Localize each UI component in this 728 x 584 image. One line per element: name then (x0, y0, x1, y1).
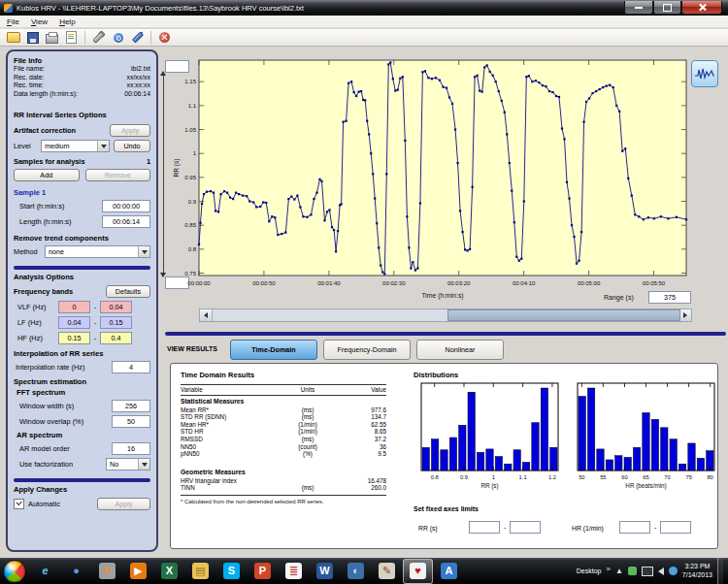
start-input[interactable] (102, 200, 150, 212)
detrend-title: Remove trend components (14, 234, 150, 243)
display-icon[interactable] (642, 567, 653, 576)
svg-text:00:05:50: 00:05:50 (643, 280, 666, 286)
info-toolbar-button[interactable] (110, 30, 126, 45)
close-button[interactable] (681, 1, 722, 15)
taskbar-powerpoint[interactable]: P (248, 559, 278, 584)
restore-icon (663, 4, 672, 12)
menu-file[interactable]: File (7, 17, 19, 26)
lf-from-input[interactable] (58, 316, 90, 329)
tab-nonlinear[interactable]: Nonlinear (416, 340, 504, 360)
level-dropdown[interactable]: medium (41, 140, 110, 152)
skype-icon: S (223, 563, 240, 579)
rec-date-row: Rec. date:xx/xx/xx (14, 74, 150, 82)
taskbar-reader-app[interactable]: A (434, 559, 464, 584)
save-toolbar-button[interactable] (24, 30, 41, 45)
taskbar-excel[interactable]: X (154, 559, 184, 584)
minimize-button[interactable] (624, 1, 653, 15)
toolbar-overflow-icon[interactable]: » (606, 565, 610, 573)
report-icon (66, 31, 77, 44)
rec-time-row: Rec. time:xx:xx:xx (14, 81, 150, 90)
artifact-apply-button[interactable]: Apply (110, 124, 150, 137)
network-icon[interactable] (669, 567, 678, 575)
system-tray: Desktop » ▲ 3:23 PM 7/14/2013 (577, 558, 728, 584)
pen-toolbar-button[interactable] (129, 30, 146, 45)
hr-min-input[interactable] (619, 521, 650, 534)
taskbar-media-player[interactable]: ▶ (123, 559, 153, 584)
taskbar-word[interactable]: W (310, 559, 340, 584)
taskbar-pdf-doc[interactable]: ≣ (279, 559, 309, 584)
remove-sample-button[interactable]: Remove (85, 169, 151, 181)
desktop-toolbar-label[interactable]: Desktop (577, 568, 602, 574)
start-button[interactable] (3, 560, 26, 583)
method-dropdown[interactable]: none (45, 245, 150, 258)
client-area: File Info File name:ibi2.txt Rec. date:x… (0, 47, 728, 558)
svg-text:65: 65 (643, 474, 648, 480)
undo-button[interactable]: Undo (114, 140, 150, 152)
tray-expand-icon[interactable]: ▲ (615, 567, 623, 575)
time-scrollbar[interactable] (199, 308, 692, 322)
band-dash: - (90, 334, 100, 342)
action-center-icon[interactable] (628, 567, 637, 575)
interp-rate-label: Interpolation rate (Hz) (14, 363, 112, 372)
report-toolbar-button[interactable] (63, 30, 80, 45)
interp-rate-input[interactable] (112, 361, 150, 373)
window-overlap-input[interactable] (112, 415, 150, 428)
hf-from-input[interactable] (58, 332, 90, 344)
open-toolbar-button[interactable] (5, 30, 21, 45)
taskbar-sphere-app[interactable]: ● (61, 559, 91, 584)
minimize-icon (635, 7, 643, 9)
clock-date: 7/14/2013 (682, 571, 712, 580)
range-input[interactable] (648, 291, 691, 304)
automatic-checkbox[interactable] (14, 499, 24, 509)
hf-to-input[interactable] (100, 332, 132, 344)
taskbar-paint[interactable]: ✎ (372, 559, 402, 584)
y-axis-slider[interactable] (163, 76, 164, 273)
taskbar-skype[interactable]: S (216, 559, 247, 584)
factorization-dropdown[interactable]: No (106, 458, 150, 470)
taskbar-kubios-hrv[interactable]: ♥ (403, 559, 433, 584)
toolbar (0, 29, 728, 47)
rr-tachogram-chart[interactable]: 0.750.80.850.90.9511.051.11.1500:00:0000… (170, 53, 694, 292)
taskbar-internet-explorer[interactable]: e (30, 559, 60, 584)
defaults-button[interactable]: Defaults (106, 285, 150, 298)
taskbar-file-explorer[interactable]: ▤ (185, 559, 215, 584)
data-length-label: Data length (h:min:s): (14, 90, 78, 99)
options-sidebar: File Info File name:ibi2.txt Rec. date:x… (6, 49, 158, 552)
internet-explorer-icon: e (37, 563, 53, 579)
svg-text:00:03:20: 00:03:20 (447, 280, 471, 286)
taskbar-google-earth[interactable]: ◐ (341, 559, 371, 584)
clock[interactable]: 3:23 PM 7/14/2013 (682, 563, 712, 579)
tab-frequency-domain[interactable]: Frequency-Domain (323, 340, 411, 360)
factorization-value: No (110, 460, 118, 469)
wrench-toolbar-button[interactable] (90, 30, 107, 45)
vlf-from-input[interactable] (58, 301, 90, 313)
data-length-row: Data length (h:min:s):00:06:14 (14, 90, 150, 99)
rr-min-input[interactable] (469, 521, 500, 534)
rr-max-input[interactable] (510, 521, 541, 534)
volume-icon[interactable] (658, 568, 664, 575)
print-toolbar-button[interactable] (44, 30, 60, 45)
menu-bar: File View Help (0, 16, 728, 28)
svg-text:1.15: 1.15 (184, 79, 196, 84)
scrollbar-thumb[interactable] (447, 309, 680, 321)
signal-view-button[interactable] (691, 60, 718, 87)
restore-button[interactable] (653, 1, 681, 15)
show-desktop-button[interactable] (717, 558, 723, 584)
scroll-left-button[interactable] (200, 309, 213, 321)
menu-view[interactable]: View (31, 17, 48, 26)
closefile-toolbar-button[interactable] (156, 30, 173, 45)
taskbar-sync-app[interactable]: ↻ (92, 559, 122, 584)
hr-max-input[interactable] (660, 521, 691, 534)
vlf-to-input[interactable] (100, 301, 132, 313)
add-sample-button[interactable]: Add (14, 169, 80, 181)
window-width-input[interactable] (112, 400, 150, 412)
length-input[interactable] (102, 215, 150, 228)
apply-changes-button[interactable]: Apply (97, 498, 150, 510)
tab-time-domain[interactable]: Time-Domain (230, 340, 317, 360)
start-label: Start (h:min:s) (14, 202, 102, 211)
col-variable: Variable (181, 386, 280, 394)
interpolation-title: Interpolation of RR series (14, 349, 150, 358)
ar-order-input[interactable] (112, 442, 150, 455)
menu-help[interactable]: Help (59, 17, 75, 26)
lf-to-input[interactable] (100, 316, 132, 329)
